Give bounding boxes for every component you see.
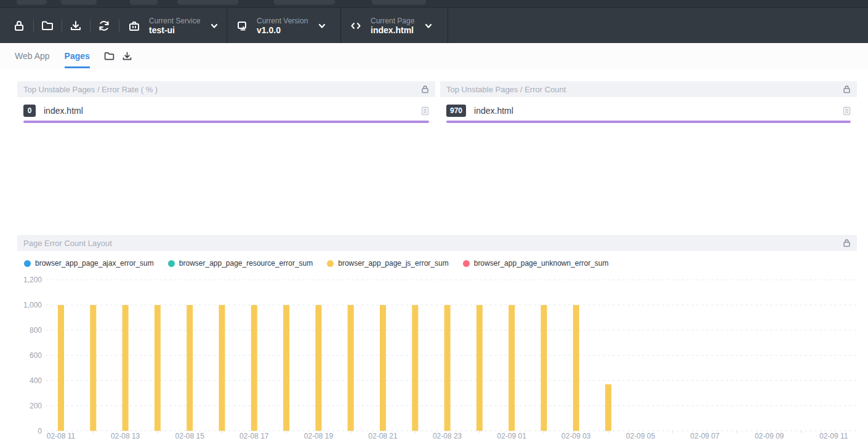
panel-error-count: Top Unstable Pages / Error Count 970 ind…: [440, 81, 857, 123]
lock-icon[interactable]: [843, 85, 851, 93]
cut-off-button[interactable]: [61, 0, 97, 5]
folder-icon[interactable]: [103, 50, 115, 62]
selector-label: Current Service: [149, 17, 200, 25]
panel-header: Top Unstable Pages / Error Rate ( % ): [17, 81, 435, 97]
clipboard-copy-icon[interactable]: [421, 106, 429, 116]
device-monitor-icon: [235, 19, 249, 33]
cut-off-button[interactable]: [274, 0, 335, 5]
list-item[interactable]: 970 index.html: [440, 104, 857, 117]
bar-chart[interactable]: 02004006008001,0001,20002-08 1102-08 130…: [17, 274, 857, 441]
legend-dot-icon: [168, 260, 175, 267]
tab-pages[interactable]: Pages: [65, 44, 90, 68]
folder-icon[interactable]: [41, 19, 54, 33]
lock-icon[interactable]: [421, 85, 429, 93]
x-axis-tick-label: 02-08 23: [433, 432, 462, 440]
x-axis-tick-label: 02-08 11: [47, 432, 76, 440]
rank-bar: [446, 121, 851, 123]
x-axis-tick-label: 02-08 17: [239, 432, 269, 440]
legend-label: browser_app_page_unknown_error_sum: [474, 259, 609, 268]
selector-label: Current Page: [371, 17, 414, 25]
bar-browser_app_page_js_error_sum[interactable]: [90, 305, 96, 431]
bar-browser_app_page_js_error_sum[interactable]: [123, 305, 129, 431]
legend-label: browser_app_page_resource_error_sum: [179, 259, 313, 268]
page-name: index.html: [44, 106, 421, 116]
panel-header: Page Error Count Layout: [17, 235, 857, 251]
x-axis-tick-label: 02-09 11: [819, 432, 848, 440]
bar-browser_app_page_js_error_sum[interactable]: [251, 305, 257, 431]
bar-browser_app_page_js_error_sum[interactable]: [541, 305, 547, 431]
page-name: index.html: [474, 106, 843, 116]
y-axis-tick-label: 400: [30, 376, 42, 385]
bar-browser_app_page_js_error_sum[interactable]: [573, 305, 579, 431]
legend-dot-icon: [463, 260, 470, 267]
bar-browser_app_page_js_error_sum[interactable]: [476, 305, 483, 431]
code-brackets-icon: [349, 19, 363, 33]
tab-web-app[interactable]: Web App: [15, 44, 50, 68]
lock-icon[interactable]: [12, 19, 26, 33]
divider: [227, 8, 227, 44]
panel-error-rate: Top Unstable Pages / Error Rate ( % ) 0 …: [17, 81, 435, 123]
bar-browser_app_page_js_error_sum[interactable]: [508, 305, 515, 431]
refresh-icon[interactable]: [97, 19, 111, 33]
bar-browser_app_page_js_error_sum[interactable]: [444, 305, 451, 431]
cut-off-button[interactable]: [17, 0, 47, 5]
bar-browser_app_page_js_error_sum[interactable]: [219, 305, 225, 431]
bar-browser_app_page_js_error_sum[interactable]: [58, 305, 64, 431]
chart-legend: browser_app_page_ajax_error_sumbrowser_a…: [24, 259, 857, 268]
lock-icon[interactable]: [843, 239, 851, 247]
bar-browser_app_page_js_error_sum[interactable]: [412, 305, 418, 431]
list-item[interactable]: 0 index.html: [17, 104, 435, 117]
download-icon[interactable]: [69, 19, 82, 33]
legend-item[interactable]: browser_app_page_resource_error_sum: [168, 259, 313, 268]
bar-browser_app_page_js_error_sum[interactable]: [315, 305, 321, 431]
legend-item[interactable]: browser_app_page_js_error_sum: [327, 259, 448, 268]
current-service-selector[interactable]: Current Service test-ui: [127, 8, 219, 44]
current-page-selector[interactable]: Current Page index.html: [349, 8, 433, 44]
toolbar: Current Service test-ui Current Version …: [0, 7, 868, 43]
y-axis-tick-label: 600: [30, 351, 42, 360]
divider: [90, 19, 90, 33]
y-axis-tick-label: 0: [38, 427, 42, 435]
legend-item[interactable]: browser_app_page_ajax_error_sum: [24, 259, 154, 268]
cut-off-button[interactable]: [177, 0, 238, 5]
chevron-down-icon: [210, 22, 219, 30]
x-axis-tick-label: 02-09 03: [561, 432, 591, 440]
selector-value: v1.0.0: [257, 25, 308, 36]
x-axis-tick-label: 02-09 09: [755, 432, 784, 440]
bar-browser_app_page_js_error_sum[interactable]: [155, 305, 161, 431]
x-axis-tick-label: 02-09 01: [497, 432, 527, 440]
cut-off-button[interactable]: [372, 0, 426, 5]
divider: [119, 19, 119, 33]
chevron-down-icon: [318, 22, 326, 30]
selector-value: test-ui: [149, 25, 200, 36]
bar-browser_app_page_js_error_sum[interactable]: [187, 305, 193, 431]
panel-page-error-count-chart: Page Error Count Layout browser_app_page…: [17, 235, 857, 441]
service-box-icon: [127, 19, 141, 33]
legend-dot-icon: [24, 260, 31, 267]
panel-title: Page Error Count Layout: [23, 239, 843, 248]
bar-browser_app_page_js_error_sum[interactable]: [605, 384, 611, 431]
x-axis-tick-label: 02-08 13: [111, 432, 140, 440]
legend-dot-icon: [327, 260, 334, 267]
y-axis-tick-label: 200: [30, 402, 42, 410]
bar-browser_app_page_js_error_sum[interactable]: [348, 305, 354, 431]
y-axis-tick-label: 1,200: [23, 276, 42, 284]
cut-off-button[interactable]: [130, 0, 158, 5]
divider: [33, 19, 34, 33]
bar-browser_app_page_js_error_sum[interactable]: [283, 305, 289, 431]
selector-label: Current Version: [257, 17, 308, 25]
current-version-selector[interactable]: Current Version v1.0.0: [235, 8, 326, 44]
legend-label: browser_app_page_js_error_sum: [338, 259, 448, 268]
legend-item[interactable]: browser_app_page_unknown_error_sum: [463, 259, 609, 268]
legend-label: browser_app_page_ajax_error_sum: [35, 259, 154, 268]
chevron-down-icon: [424, 22, 433, 30]
rank-value-badge: 0: [23, 105, 36, 117]
bar-browser_app_page_js_error_sum[interactable]: [380, 305, 386, 431]
y-axis-tick-label: 1,000: [23, 301, 42, 309]
panel-title: Top Unstable Pages / Error Count: [446, 85, 843, 94]
rank-bar: [23, 121, 429, 123]
download-icon[interactable]: [121, 50, 133, 62]
clipboard-copy-icon[interactable]: [843, 106, 851, 116]
x-axis-tick-label: 02-09 07: [690, 432, 720, 440]
x-axis-tick-label: 02-08 15: [175, 432, 205, 440]
